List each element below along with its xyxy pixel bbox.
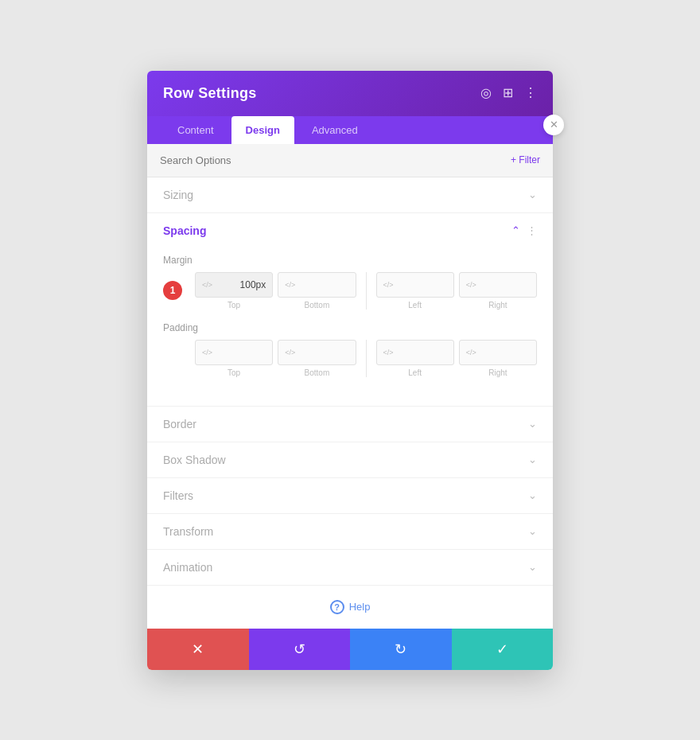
margin-left-half: </> Left [376,272,454,310]
section-transform-header[interactable]: Transform ⌄ [147,514,553,549]
grid-icon[interactable]: ⊞ [503,87,513,99]
tab-advanced[interactable]: Advanced [298,116,372,144]
padding-right-half: </> Right [459,340,537,377]
close-button[interactable]: ✕ [543,115,564,135]
help-row: ? Help [147,586,553,629]
animation-chevron-icon: ⌄ [528,561,537,573]
padding-bottom-label: Bottom [305,368,330,377]
box-shadow-chevron-icon: ⌄ [528,454,537,465]
margin-bottom-half: </> Bottom [278,272,356,310]
margin-divider [366,272,367,310]
transform-chevron-icon: ⌄ [528,525,537,537]
padding-right-input[interactable]: </> [459,340,537,365]
section-spacing-title: Spacing [163,224,206,237]
spacing-actions: ⌃ ⋮ [511,224,537,236]
border-chevron-icon: ⌄ [528,418,537,430]
section-sizing: Sizing ⌄ [147,177,553,213]
padding-left-icon: </> [383,349,394,356]
row-settings-modal: Row Settings ◎ ⊞ ⋮ Content Design Advanc… [147,71,553,670]
padding-bottom-input[interactable]: </> [278,340,356,365]
section-animation: Animation ⌄ [147,550,553,586]
filter-button[interactable]: + Filter [511,154,540,166]
padding-right-label: Right [488,368,507,377]
padding-top-bottom: </> Top </> [195,340,356,377]
padding-row: </> Top </> [163,340,537,377]
padding-left-half: </> Left [376,340,454,377]
section-animation-header[interactable]: Animation ⌄ [147,550,553,585]
margin-top-input[interactable]: </> 100px [195,272,273,298]
tabs-bar: Content Design Advanced [147,116,553,144]
margin-bottom-input[interactable]: </> [278,272,356,298]
margin-left-right: </> Left </> [376,272,538,310]
target-icon[interactable]: ◎ [480,87,492,99]
search-bar: + Filter [147,144,553,177]
padding-left-input[interactable]: </> [376,340,454,365]
section-filters: Filters ⌄ [147,478,553,514]
padding-label: Padding [163,322,537,333]
modal-footer: ✕ ↺ ↻ ✓ [147,629,553,670]
section-border: Border ⌄ [147,407,553,442]
spacing-more-icon[interactable]: ⋮ [527,224,537,236]
section-spacing: Spacing ⌃ ⋮ Margin 1 [147,213,553,407]
settings-content: Sizing ⌄ Spacing ⌃ ⋮ Margin [147,177,553,629]
padding-top-icon: </> [202,349,212,356]
modal-header: Row Settings ◎ ⊞ ⋮ [147,71,553,116]
margin-right-label: Right [488,301,507,310]
section-filters-title: Filters [163,489,193,502]
padding-group: Padding </> T [163,322,537,377]
tab-content[interactable]: Content [163,116,228,144]
help-label[interactable]: Help [349,601,371,613]
margin-top-value: 100px [240,279,266,290]
section-box-shadow: Box Shadow ⌄ [147,442,553,478]
redo-button[interactable]: ↻ [350,629,452,670]
margin-row: 1 </> 100px Top [163,272,537,310]
margin-right-half: </> Right [459,272,537,310]
section-sizing-header[interactable]: Sizing ⌄ [147,177,553,212]
more-icon[interactable]: ⋮ [524,87,537,99]
section-transform-title: Transform [163,525,213,538]
margin-left-input[interactable]: </> [376,272,454,298]
section-animation-title: Animation [163,561,212,574]
margin-left-label: Left [408,301,422,310]
cancel-button[interactable]: ✕ [147,629,249,670]
padding-bottom-icon: </> [285,349,295,356]
header-icons: ◎ ⊞ ⋮ [480,87,537,99]
margin-top-icon: </> [202,281,212,289]
margin-bottom-label: Bottom [305,301,330,310]
modal-wrapper: Row Settings ◎ ⊞ ⋮ Content Design Advanc… [147,71,553,670]
padding-bottom-half: </> Bottom [278,340,356,377]
section-spacing-header[interactable]: Spacing ⌃ ⋮ [147,213,553,248]
margin-top-half: </> 100px Top [195,272,273,310]
padding-right-icon: </> [466,349,476,356]
margin-right-input[interactable]: </> [459,272,537,298]
filters-chevron-icon: ⌄ [528,489,537,501]
margin-left-icon: </> [383,281,394,289]
padding-top-input[interactable]: </> [195,340,273,365]
spacing-chevron-icon: ⌃ [511,224,520,236]
save-button[interactable]: ✓ [452,629,554,670]
help-icon: ? [330,600,344,614]
tab-design[interactable]: Design [231,116,294,144]
spacing-content: Margin 1 </> 100px Top [147,248,553,406]
section-filters-header[interactable]: Filters ⌄ [147,478,553,513]
padding-top-half: </> Top [195,340,273,377]
margin-top-label: Top [228,301,240,310]
section-box-shadow-header[interactable]: Box Shadow ⌄ [147,442,553,477]
sizing-chevron-icon: ⌄ [528,189,537,201]
modal-title: Row Settings [163,85,257,102]
margin-badge: 1 [163,281,182,300]
margin-top-bottom: </> 100px Top </> [195,272,356,310]
padding-divider [366,340,367,377]
margin-group: Margin 1 </> 100px Top [163,255,537,310]
search-input[interactable] [160,154,511,166]
padding-top-label: Top [228,368,240,377]
section-box-shadow-title: Box Shadow [163,454,226,466]
section-border-title: Border [163,418,196,430]
section-sizing-title: Sizing [163,189,193,201]
margin-bottom-icon: </> [285,281,295,289]
padding-left-right: </> Left </> [376,340,538,377]
padding-left-label: Left [408,368,422,377]
margin-right-icon: </> [466,281,476,289]
undo-button[interactable]: ↺ [249,629,351,670]
section-border-header[interactable]: Border ⌄ [147,407,553,442]
